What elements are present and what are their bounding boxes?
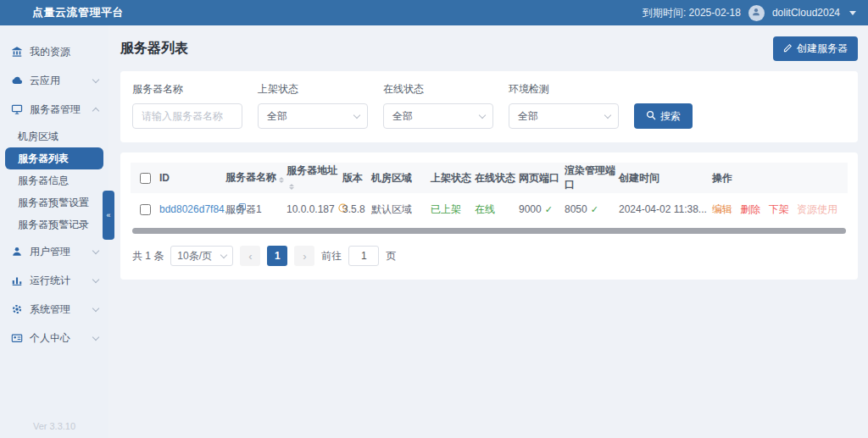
goto-label: 前往 — [321, 249, 342, 263]
server-name-cell: 服务器1 — [225, 202, 287, 217]
topbar-right: 到期时间: 2025-02-18 dolitCloud2024 — [643, 5, 856, 21]
filter-online-status: 在线状态 全部 — [383, 82, 493, 129]
sidebar-item-label: 我的资源 — [30, 45, 70, 59]
header-server-address-label: 服务器地址 — [287, 164, 337, 176]
sidebar-item-system-management[interactable]: 系统管理 — [0, 297, 108, 322]
sidebar-subitem-server-info[interactable]: 服务器信息 — [0, 169, 108, 191]
pencil-icon — [783, 43, 793, 55]
total-count-label: 共 1 条 — [132, 249, 164, 263]
check-icon: ✓ — [591, 204, 598, 215]
shelf-status-select[interactable]: 全部 — [258, 103, 368, 129]
filter-server-name: 服务器名称 — [132, 82, 242, 129]
prev-page-button[interactable]: ‹ — [240, 246, 260, 266]
created-time-cell: 2024-04-02 11:38... — [619, 203, 700, 215]
search-button-label: 搜索 — [660, 109, 681, 124]
select-all-checkbox[interactable] — [140, 173, 151, 184]
row-checkbox[interactable] — [140, 204, 151, 215]
shelf-status-value: 全部 — [267, 109, 287, 124]
server-management-icon — [11, 103, 23, 115]
page-number-button[interactable]: 1 — [267, 246, 287, 266]
sidebar-subitem-server-list[interactable]: 服务器列表 — [5, 147, 103, 169]
env-check-select[interactable]: 全部 — [509, 103, 619, 129]
sidebar-subitem-label: 服务器列表 — [18, 152, 69, 166]
sidebar-item-label: 运行统计 — [30, 274, 70, 288]
chevron-down-icon — [92, 275, 99, 282]
expiry-date-label: 到期时间: 2025-02-18 — [643, 6, 741, 20]
create-server-label: 创建服务器 — [797, 42, 848, 56]
sidebar-item-label: 服务器管理 — [30, 103, 81, 117]
topbar: 点量云流管理平台 到期时间: 2025-02-18 dolitCloud2024 — [0, 0, 868, 25]
page-size-select[interactable]: 10条/页 — [170, 246, 233, 266]
chevron-down-icon — [92, 333, 99, 340]
web-port-cell: 9000 — [519, 203, 542, 215]
header-version: 版本 — [342, 171, 371, 186]
header-render-port: 渲染管理端口 — [565, 164, 619, 192]
sidebar-item-my-resources[interactable]: 我的资源 — [0, 39, 108, 64]
server-address-cell: 10.0.0.187 — [287, 203, 335, 215]
header-server-address[interactable]: 服务器地址 — [287, 164, 342, 192]
header-actions: 操作 — [700, 171, 848, 186]
server-table-card: ID 服务器名称 服务器地址 版本 机房区域 上架状态 在线状态 网页端口 渲染… — [120, 152, 858, 280]
server-name-label: 服务器名称 — [132, 82, 242, 97]
render-port-cell: 8050 — [565, 203, 587, 215]
app-title: 点量云流管理平台 — [32, 5, 124, 20]
chevron-down-icon — [220, 252, 227, 258]
header-online-status: 在线状态 — [475, 171, 519, 186]
user-menu-caret-icon[interactable] — [849, 11, 856, 15]
search-button[interactable]: 搜索 — [634, 103, 693, 129]
username-label[interactable]: dolitCloud2024 — [772, 7, 840, 19]
sort-icon[interactable] — [279, 175, 284, 186]
sidebar-item-cloud-apps[interactable]: 云应用 — [0, 68, 108, 93]
filter-shelf-status: 上架状态 全部 — [258, 82, 368, 129]
user-management-icon — [11, 246, 23, 258]
sidebar-collapse-button[interactable]: « — [103, 191, 114, 240]
app-screen: 点量云流管理平台 到期时间: 2025-02-18 dolitCloud2024… — [0, 0, 868, 438]
goto-page-input[interactable] — [348, 246, 379, 266]
chevron-up-icon — [92, 107, 99, 114]
sidebar-item-personal-center[interactable]: 个人中心 — [0, 325, 108, 351]
online-status-select[interactable]: 全部 — [383, 103, 493, 129]
region-cell: 默认区域 — [371, 202, 431, 217]
resources-icon — [11, 46, 23, 58]
server-name-input[interactable] — [132, 103, 242, 129]
table-row: bdd8026d7f84... 服务器1 10.0.0.187 3.5.8 默认… — [131, 193, 848, 225]
check-icon: ✓ — [545, 204, 553, 215]
page-size-value: 10条/页 — [177, 249, 212, 263]
server-id-link[interactable]: bdd8026d7f84... — [159, 203, 233, 215]
horizontal-scrollbar[interactable] — [132, 228, 846, 234]
online-status-label: 在线状态 — [383, 82, 493, 97]
delete-action-link[interactable]: 删除 — [740, 203, 760, 215]
sidebar-item-user-management[interactable]: 用户管理 — [0, 239, 108, 264]
sidebar-subitem-machine-room-region[interactable]: 机房区域 — [0, 125, 108, 147]
collapse-icon: « — [106, 211, 110, 219]
sidebar-item-label: 云应用 — [30, 74, 60, 88]
table-header-row: ID 服务器名称 服务器地址 版本 机房区域 上架状态 在线状态 网页端口 渲染… — [131, 163, 848, 193]
header-server-name[interactable]: 服务器名称 — [225, 170, 287, 186]
shelf-status-label: 上架状态 — [258, 82, 368, 97]
online-status-value: 全部 — [392, 109, 413, 124]
chevron-down-icon — [604, 112, 611, 119]
filter-card: 服务器名称 上架状态 全部 在线状态 全部 — [120, 71, 858, 142]
edit-action-link[interactable]: 编辑 — [712, 203, 732, 215]
sidebar-subitem-server-alert-records[interactable]: 服务器预警记录 — [0, 213, 108, 236]
chevron-down-icon — [479, 112, 486, 119]
online-status-badge: 在线 — [475, 202, 519, 217]
sidebar-item-label: 系统管理 — [30, 302, 70, 317]
sidebar-item-server-management[interactable]: 服务器管理 — [0, 97, 108, 122]
header-region: 机房区域 — [371, 171, 431, 186]
chevron-down-icon — [92, 247, 99, 253]
sort-icon[interactable] — [289, 181, 294, 192]
chevron-down-icon — [92, 304, 99, 311]
sidebar-item-run-statistics[interactable]: 运行统计 — [0, 268, 108, 293]
chevron-down-icon — [353, 112, 360, 119]
create-server-button[interactable]: 创建服务器 — [773, 36, 858, 61]
offline-action-link[interactable]: 下架 — [769, 203, 789, 215]
resource-usage-action-link[interactable]: 资源使用 — [797, 203, 837, 215]
next-page-button[interactable]: › — [294, 246, 314, 266]
page-title: 服务器列表 — [120, 40, 188, 58]
sidebar-subitem-server-alert-settings[interactable]: 服务器预警设置 — [0, 191, 108, 213]
profile-icon — [11, 332, 23, 344]
env-check-label: 环境检测 — [509, 82, 619, 97]
user-avatar[interactable] — [748, 5, 765, 21]
env-check-value: 全部 — [518, 109, 538, 124]
